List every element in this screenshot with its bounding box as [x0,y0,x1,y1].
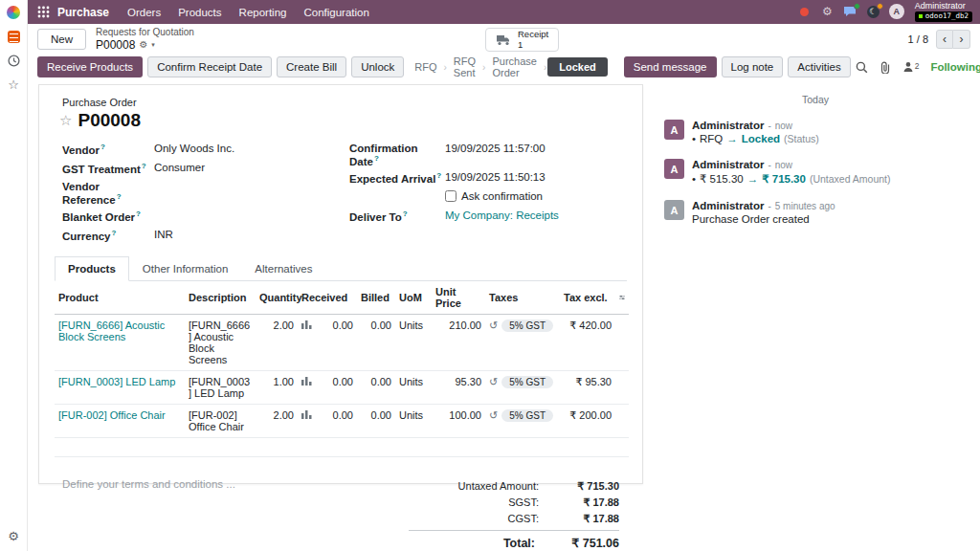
stage-purchase-order[interactable]: Purchase Order [486,54,542,80]
line-description[interactable]: [FUR-002] Office Chair [185,404,256,437]
col-billed[interactable]: Billed [357,281,395,315]
menu-reporting[interactable]: Reporting [231,7,296,18]
unlock-button[interactable]: Unlock [351,56,404,77]
col-product[interactable]: Product [55,281,185,315]
chatter-message[interactable]: A Administrator - now • ₹ 515.30 → ₹ 715… [651,154,980,195]
untaxed-amount-value: ₹ 715.30 [548,480,619,493]
ask-confirmation-checkbox[interactable] [445,190,457,202]
line-unit-price[interactable]: 100.00 [432,404,485,437]
col-quantity[interactable]: Quantity [256,281,298,315]
create-bill-button[interactable]: Create Bill [277,56,346,77]
breadcrumb-parent[interactable]: Requests for Quotation [96,27,194,38]
reading-list-icon[interactable] [6,29,21,44]
star-icon[interactable]: ☆ [6,77,21,92]
col-received[interactable]: Received [298,281,357,315]
pager-previous-button[interactable]: ‹ [936,30,953,49]
user-avatar[interactable]: A [889,4,904,19]
message-author[interactable]: Administrator [692,200,764,211]
forecast-icon[interactable] [301,409,312,421]
price-history-icon[interactable]: ↺ [489,320,498,332]
line-quantity[interactable]: 2.00 [256,314,298,370]
notification-dot-icon[interactable] [797,5,812,19]
log-note-button[interactable]: Log note [722,56,784,77]
message-author[interactable]: Administrator [692,120,764,131]
confirm-receipt-date-button[interactable]: Confirm Receipt Date [147,56,272,77]
optional-columns-icon[interactable] [619,293,625,302]
table-row[interactable]: [FUR-002] Office Chair [FUR-002] Office … [55,404,629,437]
forecast-icon[interactable] [301,320,312,331]
chatter-message[interactable]: A Administrator - now • RFQ → Locked (St… [651,115,980,154]
col-uom[interactable]: UoM [395,281,432,315]
line-description[interactable]: [FURN_6666] Acoustic Block Screens [185,314,256,370]
table-row[interactable]: [FURN_6666] Acoustic Block Screens [FURN… [55,314,629,370]
app-name[interactable]: Purchase [57,6,109,19]
tax-tag[interactable]: 5% GST [501,376,553,388]
line-uom[interactable]: Units [395,370,432,404]
actions-gear-icon[interactable]: ⚙ [139,39,147,51]
attachments-icon[interactable] [880,61,891,74]
col-unit-price[interactable]: Unit Price [432,281,485,315]
line-description[interactable]: [FURN_0003] LED Lamp [185,370,256,404]
chatter-message[interactable]: A Administrator - 5 minutes ago Purchase… [651,195,980,234]
stage-locked[interactable]: Locked [547,57,608,77]
line-unit-price[interactable]: 95.30 [432,370,485,404]
line-product[interactable]: [FURN_0003] LED Lamp [55,370,185,404]
tab-alternatives[interactable]: Alternatives [241,256,325,281]
menu-orders[interactable]: Orders [119,7,169,18]
tax-tag[interactable]: 5% GST [501,409,553,422]
apps-grid-icon[interactable] [37,6,50,18]
line-product[interactable]: [FURN_6666] Acoustic Block Screens [55,314,185,370]
extension-pinwheel-icon[interactable] [6,5,21,20]
stage-separator-icon: › [544,62,546,73]
clock-icon[interactable] [6,53,21,68]
activities-button[interactable]: Activities [788,56,850,77]
dark-mode-icon[interactable]: ☾ [866,5,880,19]
table-row[interactable]: [FURN_0003] LED Lamp [FURN_0003] LED Lam… [55,370,629,404]
confirmation-date-field[interactable]: 19/09/2025 11:57:00 [445,143,546,154]
col-tax-excl[interactable]: Tax excl. [560,281,615,315]
tab-products[interactable]: Products [55,256,129,281]
search-messages-icon[interactable] [856,61,868,74]
deliver-to-field[interactable]: My Company: Receipts [445,209,559,221]
systray-gear-icon[interactable]: ⚙ [820,5,835,19]
col-taxes[interactable]: Taxes [485,281,560,315]
currency-field[interactable]: INR [154,229,173,240]
pager-next-button[interactable]: › [953,30,970,49]
following-button[interactable]: Following [930,61,980,73]
price-history-icon[interactable]: ↺ [489,376,498,388]
line-product[interactable]: [FUR-002] Office Chair [55,404,185,437]
receive-products-button[interactable]: Receive Products [37,56,143,77]
line-uom[interactable]: Units [395,314,432,370]
tax-tag[interactable]: 5% GST [501,320,553,332]
expected-arrival-field[interactable]: 19/09/2025 11:50:13 [445,171,546,183]
actions-caret-icon[interactable]: ▾ [151,41,155,49]
sgst-label: SGST: [508,496,539,508]
line-unit-price[interactable]: 210.00 [432,314,485,370]
forecast-icon[interactable] [301,376,312,387]
menu-configuration[interactable]: Configuration [295,7,377,18]
line-uom[interactable]: Units [395,404,432,437]
followers-count: 2 [915,61,920,71]
send-message-button[interactable]: Send message [624,56,717,77]
receipt-stat-button[interactable]: Receipt 1 [485,28,559,52]
tab-other-information[interactable]: Other Information [129,256,241,281]
menu-products[interactable]: Products [169,7,230,18]
user-menu[interactable]: Administrator odoo17_db2 [915,2,972,21]
stage-rfq-sent[interactable]: RFQ Sent [448,54,481,80]
message-author[interactable]: Administrator [692,159,764,170]
price-history-icon[interactable]: ↺ [489,409,498,422]
field-hint-icon: ? [100,143,105,151]
settings-gear-icon[interactable]: ⚙ [6,528,21,543]
favorite-star-icon[interactable]: ☆ [59,112,72,129]
gst-treatment-field[interactable]: Consumer [154,162,205,173]
col-description[interactable]: Description [185,281,256,315]
terms-and-conditions-input[interactable]: Define your terms and conditions ... [62,478,409,551]
line-quantity[interactable]: 1.00 [256,370,298,404]
followers-icon[interactable]: 2 [902,61,920,73]
line-quantity[interactable]: 2.00 [256,404,298,437]
stage-rfq[interactable]: RFQ [409,59,442,75]
new-button[interactable]: New [37,29,86,50]
vendor-field[interactable]: Only Woods Inc. [154,143,234,154]
messages-icon[interactable] [843,5,858,19]
line-billed: 0.00 [357,314,395,370]
